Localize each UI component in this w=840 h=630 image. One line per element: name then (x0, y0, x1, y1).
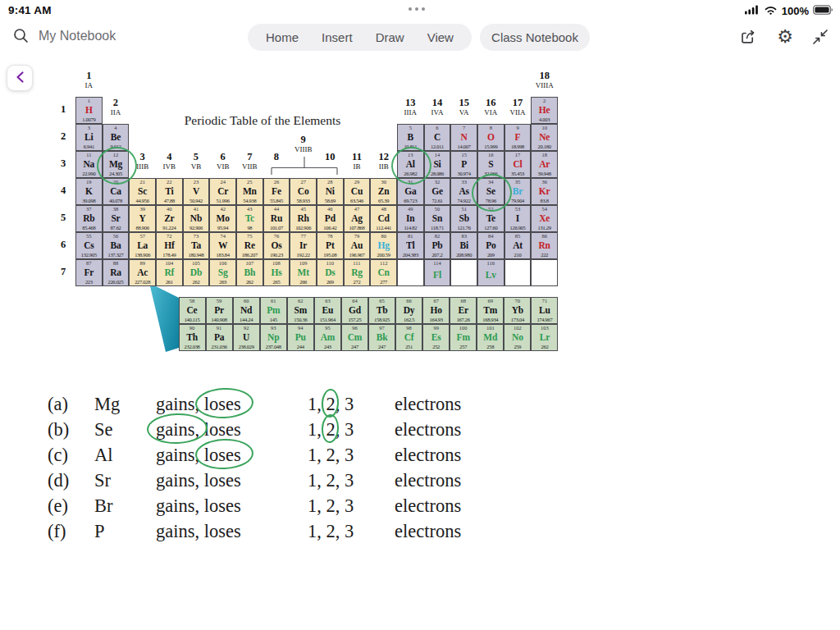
element-symbol: Ca (110, 187, 121, 196)
question-row-a: (a)Mggains, loses1, 2, 3electrons (0, 391, 574, 417)
atomic-number: 114 (433, 261, 441, 266)
empty-element-cell (531, 259, 558, 286)
atomic-mass: 238.029 (239, 344, 254, 349)
atomic-mass: 92.906 (189, 225, 203, 231)
question-unit: electrons (395, 468, 574, 493)
atomic-number: 77 (300, 234, 306, 239)
element-cell-Lv: 116Lv (477, 259, 504, 286)
atomic-number: 50 (435, 207, 441, 212)
atomic-number: 105 (192, 261, 200, 266)
element-cell-Cd: 48Cd112.441 (370, 205, 397, 232)
atomic-number: 104 (165, 261, 173, 266)
choice-words: gains, loses (156, 468, 308, 493)
atomic-mass: 47.88 (164, 198, 175, 203)
element-cell-Ne: 10Ne20.180 (531, 124, 558, 151)
atomic-mass: 232.038 (185, 344, 200, 349)
element-symbol: Fl (433, 271, 441, 280)
atomic-mass: 226.025 (107, 279, 123, 285)
atomic-mass: 63.546 (350, 198, 363, 203)
atomic-mass: 39.098 (82, 198, 95, 203)
atomic-mass: 65.39 (378, 198, 389, 203)
element-symbol: Lu (539, 306, 550, 315)
element-cell-Fm: 100Fm257 (450, 324, 477, 351)
element-symbol: La (137, 241, 148, 250)
period-label-6: 6 (56, 239, 71, 251)
element-symbol: Yb (512, 306, 523, 315)
atomic-mass: 140.908 (212, 317, 227, 322)
element-symbol: Tb (377, 306, 388, 315)
atomic-number: 102 (514, 326, 522, 331)
element-cell-Li: 3Li6.941 (75, 124, 103, 151)
element-symbol: Os (271, 241, 281, 250)
atomic-number: 11 (86, 153, 91, 158)
atomic-mass: 35.453 (511, 171, 524, 176)
element-symbol: Fe (272, 187, 281, 196)
element-symbol: Db (190, 268, 202, 277)
choice-words: gains, loses (156, 493, 308, 518)
element-cell-K: 19K39.098 (75, 178, 103, 205)
element-symbol: Y (139, 214, 146, 223)
element-symbol: C (434, 133, 441, 142)
element-cell-Sm: 62Sm150.36 (287, 297, 314, 324)
element-cell-Ru: 44Ru101.07 (263, 205, 290, 232)
atomic-mass: 95.94 (217, 225, 228, 231)
number-options: 1, 2, 3 (308, 493, 395, 518)
question-row-f: (f)Pgains, loses1, 2, 3electrons (0, 518, 574, 544)
element-cell-Cs: 55Cs132.905 (75, 232, 103, 259)
atomic-number: 56 (113, 234, 119, 239)
atomic-mass: 168.934 (482, 317, 498, 322)
element-cell-Fl: 114Fl (424, 259, 451, 286)
element-cell-Mt: 109Mt266 (290, 259, 317, 286)
element-cell-Dy: 66Dy162.5 (395, 297, 422, 324)
element-cell-Sn: 50Sn118.71 (424, 205, 451, 232)
atomic-number: 75 (247, 234, 253, 239)
element-symbol: Th (186, 333, 198, 342)
element-symbol: Es (431, 333, 441, 342)
atomic-mass: 251 (405, 344, 413, 349)
number-options: 1, 2, 3 (308, 417, 395, 442)
atomic-number: 14 (435, 153, 441, 158)
atomic-number: 35 (515, 180, 521, 185)
atomic-number: 82 (435, 234, 441, 239)
choice-word: gains, loses (156, 495, 241, 516)
element-cell-Md: 101Md258 (477, 324, 504, 351)
atomic-number: 57 (139, 234, 145, 239)
atomic-mass: 132.905 (81, 252, 97, 258)
atomic-mass: 72.61 (431, 198, 442, 203)
atomic-mass: 162.5 (404, 317, 414, 322)
element-symbol: B (408, 133, 413, 142)
atomic-mass: 263 (219, 279, 226, 285)
question-unit: electrons (395, 391, 574, 417)
element-cell-Pm: 61Pm145 (260, 297, 287, 324)
element-cell-Sc: 21Sc44.956 (129, 178, 156, 205)
atomic-mass: 91.224 (162, 225, 176, 231)
element-symbol: O (487, 133, 495, 142)
element-cell-Ni: 28Ni58.69 (317, 178, 344, 205)
number-options: 1, 2, 3 (308, 468, 395, 493)
atomic-mass: 195.08 (323, 252, 336, 258)
element-symbol: Pb (431, 241, 442, 250)
atomic-number: 66 (406, 299, 412, 304)
element-symbol: Sb (459, 214, 468, 223)
element-cell-Rn: 86Rn222 (531, 232, 558, 259)
atomic-mass: 237.048 (266, 344, 281, 349)
element-cell-Ho: 67Ho164.93 (422, 297, 450, 324)
element-symbol: Ho (431, 306, 442, 315)
question-label: (d) (48, 468, 94, 493)
element-symbol: Bk (377, 333, 388, 342)
element-symbol: Mn (243, 187, 257, 196)
period-label-4: 4 (56, 185, 71, 197)
element-cell-Hf: 72Hf178.49 (156, 232, 183, 259)
choice-word: gains, loses (156, 521, 241, 541)
question-element: P (94, 518, 156, 544)
atomic-mass: 243 (324, 344, 331, 349)
atomic-mass: 83.8 (541, 198, 549, 203)
number-options: 1, 2, 3 (308, 391, 395, 417)
number-option: 1, 2, 3 (308, 445, 354, 465)
atomic-mass: 88.906 (136, 225, 149, 231)
element-symbol: U (243, 333, 249, 342)
element-cell-Rh: 45Rh102.906 (290, 205, 317, 232)
atomic-number: 69 (488, 299, 494, 304)
atomic-number: 2 (543, 98, 546, 103)
atomic-mass: 58.69 (325, 198, 336, 203)
